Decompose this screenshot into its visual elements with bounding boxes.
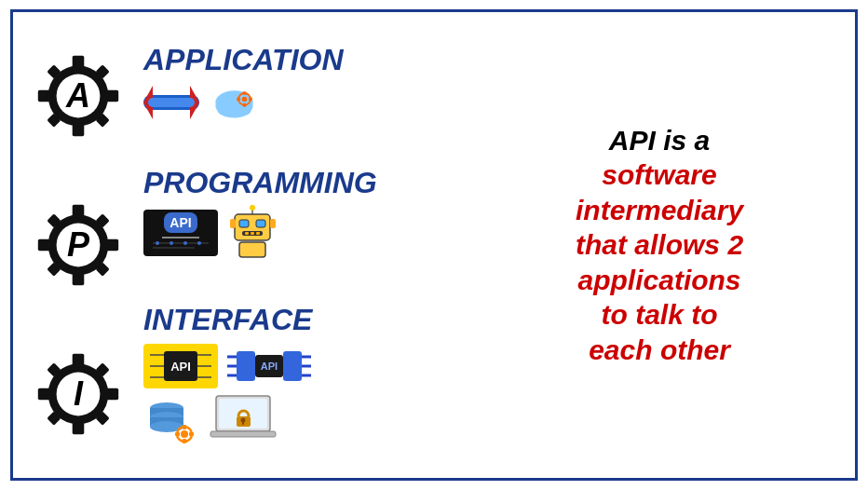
application-label: APPLICATION — [143, 45, 557, 75]
svg-rect-77 — [237, 351, 255, 381]
laptop-lock-icon — [209, 394, 278, 445]
svg-rect-92 — [189, 432, 194, 436]
api-box-label: API — [170, 215, 191, 230]
main-container: A P — [10, 9, 858, 481]
desc-api-is-a: API is a — [609, 125, 710, 156]
svg-rect-98 — [242, 421, 244, 425]
svg-rect-3 — [107, 90, 119, 102]
svg-rect-78 — [283, 351, 302, 381]
svg-rect-61 — [230, 219, 236, 228]
svg-rect-58 — [251, 232, 254, 235]
interface-row: INTERFACE API — [143, 305, 557, 445]
svg-text:API: API — [261, 361, 278, 372]
svg-rect-10 — [73, 205, 85, 217]
svg-rect-59 — [256, 232, 260, 235]
robot-icon — [227, 207, 278, 258]
svg-rect-95 — [210, 431, 276, 437]
middle-section: APPLICATION — [134, 21, 566, 469]
svg-rect-11 — [73, 274, 85, 286]
desc-to-talk-to: to talk to — [602, 299, 718, 330]
database-gear-icon — [143, 397, 199, 443]
right-description: API is a software intermediary that allo… — [566, 21, 846, 469]
svg-rect-33 — [148, 98, 195, 107]
desc-each-other: each other — [589, 334, 730, 365]
svg-rect-89 — [183, 425, 186, 429]
desc-that-allows: that allows 2 — [576, 229, 743, 260]
api-description: API is a software intermediary that allo… — [576, 123, 743, 368]
svg-rect-62 — [270, 219, 276, 228]
svg-rect-23 — [107, 388, 119, 401]
desc-intermediary: intermediary — [576, 195, 743, 225]
arrow-icon — [143, 84, 199, 121]
svg-rect-90 — [183, 439, 186, 443]
svg-point-49 — [197, 241, 201, 245]
svg-point-48 — [183, 241, 187, 245]
svg-rect-20 — [73, 354, 85, 366]
svg-rect-12 — [38, 239, 50, 252]
application-icons — [143, 84, 557, 121]
svg-point-88 — [181, 430, 188, 438]
cloud-gear-icon — [209, 84, 260, 121]
letter-a: A — [66, 76, 90, 116]
application-row: APPLICATION — [143, 45, 557, 121]
programming-label: PROGRAMMING — [143, 168, 557, 197]
svg-rect-43 — [249, 97, 252, 101]
interface-label: INTERFACE — [143, 305, 557, 334]
connector-api-icon: API — [227, 344, 311, 388]
svg-rect-13 — [107, 239, 119, 252]
svg-rect-42 — [237, 97, 240, 101]
svg-point-51 — [250, 205, 255, 211]
svg-point-47 — [170, 241, 173, 245]
svg-rect-54 — [239, 220, 249, 227]
svg-rect-1 — [73, 125, 85, 137]
svg-rect-2 — [38, 90, 50, 102]
gear-p: P — [36, 203, 120, 287]
letter-p: P — [67, 225, 89, 265]
svg-rect-21 — [73, 423, 85, 435]
letter-i: I — [74, 374, 83, 414]
desc-software: software — [602, 159, 716, 190]
svg-rect-91 — [175, 432, 180, 436]
programming-row: PROGRAMMING API — [143, 168, 557, 258]
interface-icons: API — [143, 344, 557, 388]
svg-rect-60 — [239, 242, 265, 257]
svg-point-37 — [217, 101, 251, 117]
programming-icons: API — [143, 207, 557, 258]
yellow-api-icon: API — [143, 344, 218, 388]
svg-rect-0 — [73, 56, 85, 68]
desc-applications: applications — [578, 265, 741, 295]
svg-rect-55 — [256, 220, 265, 227]
svg-text:API: API — [170, 360, 191, 374]
bottom-icons — [143, 394, 557, 445]
svg-rect-57 — [245, 232, 249, 235]
svg-rect-22 — [38, 388, 50, 401]
api-dark-box-icon: API — [143, 210, 218, 256]
gear-a: A — [36, 54, 120, 138]
gear-column: A P — [22, 21, 134, 469]
svg-rect-40 — [243, 91, 247, 95]
svg-point-46 — [156, 241, 159, 245]
gear-i: I — [36, 352, 120, 436]
svg-rect-41 — [243, 102, 247, 106]
svg-point-39 — [242, 96, 248, 102]
